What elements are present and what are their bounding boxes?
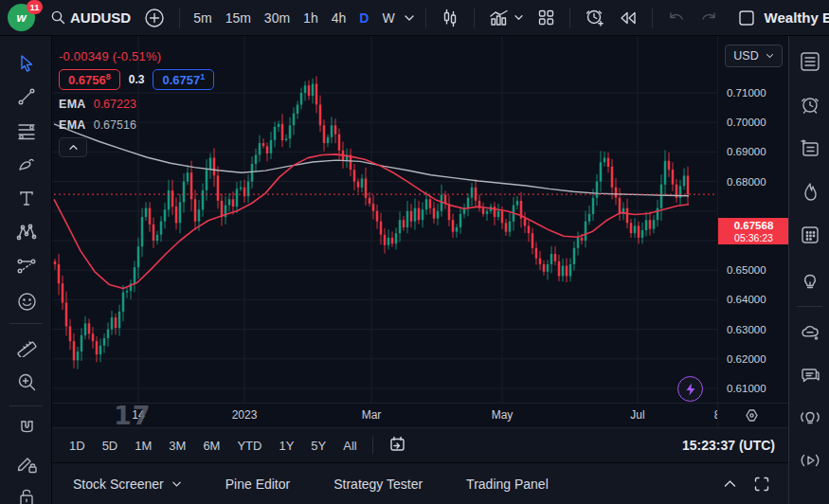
price-tick-label: 0.68000	[727, 174, 766, 189]
toolbar-divider	[652, 8, 653, 28]
replay-rewind-icon	[619, 10, 638, 26]
panel-expand-chevron-icon[interactable]	[723, 479, 737, 488]
logo-button[interactable]: w 11	[0, 0, 44, 36]
bottom-tab-trading-panel[interactable]: Trading Panel	[457, 471, 558, 497]
toolbar-divider	[474, 8, 475, 28]
chat-button[interactable]	[798, 363, 822, 387]
streams-button[interactable]	[798, 448, 822, 473]
interval-button-1h[interactable]: 1h	[297, 7, 324, 29]
emoji-tool-button[interactable]	[13, 288, 40, 315]
calendar-button[interactable]	[798, 223, 822, 247]
chart-style-button[interactable]	[434, 5, 466, 31]
zoom-in-tool-button[interactable]	[13, 369, 40, 395]
range-button-1m[interactable]: 1M	[127, 435, 159, 457]
sidebar-separator	[797, 306, 822, 307]
range-button-all[interactable]: All	[335, 435, 364, 457]
bottom-tab-pine-editor[interactable]: Pine Editor	[216, 471, 299, 497]
range-button-ytd[interactable]: YTD	[229, 435, 269, 457]
currency-dropdown[interactable]: USD	[725, 45, 783, 67]
interval-menu-button[interactable]	[401, 10, 418, 26]
ema-slow-value: 0.67516	[94, 118, 136, 132]
bar-replay-button[interactable]	[612, 7, 644, 29]
price-tick-label: 0.70000	[727, 115, 766, 130]
axis-settings-gear-icon[interactable]	[745, 408, 759, 426]
range-button-1d[interactable]: 1D	[62, 435, 93, 457]
axis-corner	[717, 403, 788, 427]
range-button-5y[interactable]: 5Y	[303, 435, 333, 457]
range-button-6m[interactable]: 6M	[195, 435, 227, 457]
range-divider	[372, 437, 373, 454]
compare-add-button[interactable]	[137, 4, 171, 32]
range-button-5d[interactable]: 5D	[95, 435, 126, 457]
ema-fast-value: 0.67223	[94, 98, 136, 111]
range-button-3m[interactable]: 3M	[161, 435, 193, 457]
drawing-toolbar	[0, 36, 52, 504]
measure-tool-button[interactable]	[13, 333, 40, 359]
minds-button[interactable]	[798, 320, 822, 345]
lock-all-drawings-button[interactable]	[13, 484, 40, 504]
date-range-bar: 1D5D1M3M6MYTD1Y5YAll 15:23:37 (UTC)	[52, 427, 788, 462]
alert-button[interactable]	[578, 4, 612, 31]
bar-countdown: 05:36:23	[718, 232, 789, 243]
legend-collapse-button[interactable]	[59, 137, 87, 157]
buy-price-button[interactable]: 0.67571	[153, 69, 214, 90]
grid-layout-icon	[537, 9, 555, 27]
price-tick-label: 0.61000	[727, 381, 766, 396]
price-axis[interactable]: USD 0.710000.700000.690000.680000.660000…	[717, 36, 788, 403]
ema-fast-legend[interactable]: EMA 0.67223	[59, 98, 136, 111]
bottom-panel-bar: Stock ScreenerPine EditorStrategy Tester…	[52, 462, 788, 504]
bottom-tab-stock-screener[interactable]: Stock Screener	[63, 471, 191, 497]
notification-badge: 11	[27, 0, 43, 14]
sell-price-button[interactable]: 0.67568	[59, 69, 120, 90]
fullscreen-icon[interactable]	[754, 477, 769, 492]
trend-line-tool-button[interactable]	[13, 83, 40, 110]
clock-utc[interactable]: 15:23:37 (UTC)	[682, 438, 775, 453]
interval-button-D[interactable]: D	[353, 7, 374, 29]
help-button-partial[interactable]	[798, 493, 822, 504]
last-price-value: 0.67568	[718, 220, 789, 232]
indicators-button[interactable]	[482, 5, 531, 31]
bottom-tabs: Stock ScreenerPine EditorStrategy Tester…	[63, 471, 558, 497]
last-price-badge[interactable]: 0.67568 05:36:23	[718, 218, 789, 244]
text-tool-button[interactable]	[13, 185, 40, 211]
chart-pane[interactable]	[52, 36, 717, 403]
chart-legend: -0.00349 (-0.51%) 0.67568 0.3 0.67571 EM…	[59, 49, 161, 63]
alerts-button[interactable]	[798, 93, 822, 117]
toolbar-divider	[179, 8, 180, 28]
symbol-search-button[interactable]: AUDUSD	[44, 6, 137, 29]
interval-button-4h[interactable]: 4h	[326, 7, 352, 29]
interval-button-W[interactable]: W	[376, 7, 400, 29]
interval-button-15m[interactable]: 15m	[220, 7, 257, 29]
xabcd-pattern-tool-button[interactable]	[13, 219, 40, 245]
redo-button[interactable]	[693, 7, 725, 29]
cursor-tool-button[interactable]	[13, 50, 40, 77]
indicators-icon	[489, 9, 510, 27]
account-layout-button[interactable]: Wealthy Edu	[738, 9, 829, 27]
time-tick-label: 2023	[232, 408, 258, 422]
watchlist-button[interactable]	[798, 49, 822, 74]
magnet-mode-button[interactable]	[13, 415, 40, 441]
quick-trade-flash-button[interactable]	[677, 376, 703, 402]
range-button-1y[interactable]: 1Y	[271, 435, 301, 457]
fib-retracement-tool-button[interactable]	[13, 117, 40, 144]
tradingview-window: w 11 AUDUSD 5m15m30m1h4hDW	[0, 0, 829, 504]
bid-ask-row: 0.67568 0.3 0.67571	[59, 69, 214, 90]
ema-slow-legend[interactable]: EMA 0.67516	[59, 118, 136, 132]
data-window-button[interactable]	[798, 136, 822, 161]
undo-button[interactable]	[660, 7, 693, 29]
candlestick-chart[interactable]	[52, 36, 717, 406]
search-icon	[50, 9, 66, 26]
live-ideas-button[interactable]	[798, 405, 822, 430]
hotlists-button[interactable]	[798, 180, 822, 205]
layout-grid-button[interactable]	[531, 5, 562, 30]
interval-button-5m[interactable]: 5m	[188, 7, 217, 29]
ideas-button[interactable]	[798, 269, 822, 294]
price-tick-label: 0.71000	[727, 85, 766, 100]
go-to-date-button[interactable]	[381, 432, 414, 459]
drawing-lock-button[interactable]	[13, 450, 40, 477]
time-axis[interactable]: 142023MarMayJul8	[52, 403, 717, 427]
bottom-tab-strategy-tester[interactable]: Strategy Tester	[324, 471, 432, 497]
interval-button-30m[interactable]: 30m	[259, 7, 296, 29]
prediction-tool-button[interactable]	[13, 253, 40, 279]
brush-tool-button[interactable]	[13, 151, 40, 177]
